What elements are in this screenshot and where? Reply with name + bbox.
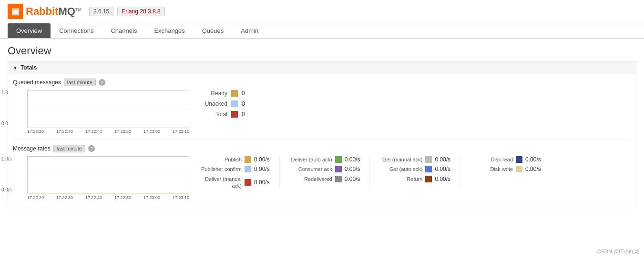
- queued-messages-subsection: Queued messages last minute ? 1.0 0.0: [8, 74, 636, 140]
- disk-write-color: [516, 166, 522, 172]
- rates-last-minute-badge: last minute: [53, 145, 85, 152]
- deliver-auto-color: [335, 156, 342, 163]
- page-content: Overview ▼ Totals Queued messages last m…: [0, 39, 644, 218]
- rates-grid: Publish 0.00/s Publisher confirm 0.00/s …: [199, 156, 541, 189]
- nav-exchanges[interactable]: Exchanges: [145, 23, 193, 38]
- get-auto-color: [425, 166, 432, 172]
- deliver-manual-color: [245, 179, 251, 186]
- totals-section: ▼ Totals Queued messages last minute ? 1…: [8, 61, 636, 206]
- publisher-confirm-color: [245, 166, 251, 172]
- header: ▣ RabbitMQTM 3.6.15 Erlang 20.3.8.8: [0, 0, 644, 23]
- divider-2: [369, 156, 370, 189]
- queued-chart-wrapper: 1.0 0.0 17:22:20 17:22:30 17:22:40: [13, 90, 189, 135]
- divider-1: [279, 156, 280, 189]
- ready-color: [231, 90, 238, 97]
- erlang-badge: Erlang 20.3.8.8: [117, 7, 164, 16]
- queued-messages-title: Queued messages last minute ?: [13, 79, 631, 86]
- nav-admin[interactable]: Admin: [232, 23, 267, 38]
- publish-color: [245, 156, 251, 163]
- message-rates-title: Message rates last minute ?: [13, 145, 631, 152]
- return-color: [425, 176, 432, 182]
- divider-3: [460, 156, 460, 189]
- queued-last-minute-badge: last minute: [64, 79, 96, 86]
- rates-col-3: Get (manual ack) 0.00/s Get (auto ack) 0…: [379, 156, 450, 182]
- legend-total: Total 0: [199, 111, 245, 118]
- rate-publisher-confirm: Publisher confirm 0.00/s: [199, 166, 270, 172]
- queued-legend: Ready 0 Unacked 0 Total 0: [199, 90, 245, 118]
- navigation: Overview Connections Channels Exchanges …: [0, 23, 644, 39]
- rate-return: Return 0.00/s: [379, 176, 450, 182]
- rates-x-labels: 17:22:20 17:22:30 17:22:40 17:22:50 17:2…: [27, 194, 189, 201]
- rate-get-manual: Get (manual ack) 0.00/s: [379, 156, 450, 163]
- version-badge: 3.6.15: [89, 7, 113, 16]
- arrow-icon: ▼: [13, 65, 18, 70]
- get-manual-color: [425, 156, 432, 163]
- page-title: Overview: [8, 45, 636, 57]
- queued-chart-canvas: [27, 90, 189, 128]
- totals-label: Totals: [20, 64, 37, 71]
- logo-icon: ▣: [8, 4, 23, 19]
- rates-col-2: Deliver (auto ack) 0.00/s Consumer ack 0…: [289, 156, 360, 182]
- legend-ready: Ready 0: [199, 90, 245, 97]
- message-rates-subsection: Message rates last minute ? 1.0/s 0.0/s: [8, 140, 636, 206]
- rates-y-bottom: 0.0/s: [1, 187, 12, 192]
- rate-deliver-auto: Deliver (auto ack) 0.00/s: [289, 156, 360, 163]
- rate-deliver-manual: Deliver (manual ack) 0.00/s: [199, 176, 270, 190]
- unacked-color: [231, 100, 238, 107]
- rate-get-auto: Get (auto ack) 0.00/s: [379, 166, 450, 172]
- queued-y-bottom: 0.0: [1, 121, 8, 126]
- rates-chart-svg: [28, 157, 189, 194]
- nav-queues[interactable]: Queues: [194, 23, 233, 38]
- rates-y-top: 1.0/s: [1, 156, 12, 161]
- redelivered-color: [335, 176, 342, 182]
- queued-x-labels: 17:22:20 17:22:30 17:22:40 17:22:50 17:2…: [27, 128, 189, 135]
- queued-chart-row: 1.0 0.0 17:22:20 17:22:30 17:22:40: [13, 90, 631, 135]
- rate-disk-write: Disk write 0.00/s: [470, 166, 541, 172]
- consumer-ack-color: [335, 166, 342, 172]
- rate-publish: Publish 0.00/s: [199, 156, 270, 163]
- queued-y-top: 1.0: [1, 90, 8, 95]
- rates-chart-canvas: [27, 156, 189, 194]
- nav-channels[interactable]: Channels: [102, 23, 145, 38]
- rates-help-icon[interactable]: ?: [88, 145, 95, 152]
- total-color: [231, 111, 238, 118]
- disk-read-color: [516, 156, 522, 163]
- logo: ▣ RabbitMQTM: [8, 4, 82, 19]
- rates-col-4: Disk read 0.00/s Disk write 0.00/s: [470, 156, 541, 173]
- legend-unacked: Unacked 0: [199, 100, 245, 107]
- nav-connections[interactable]: Connections: [51, 23, 102, 38]
- rates-chart-wrapper: 1.0/s 0.0/s 17:22:20 17:22:30 17:22: [13, 156, 189, 201]
- totals-section-header[interactable]: ▼ Totals: [8, 61, 636, 74]
- rates-col-1: Publish 0.00/s Publisher confirm 0.00/s …: [199, 156, 270, 189]
- rates-chart-row: 1.0/s 0.0/s 17:22:20 17:22:30 17:22: [13, 156, 631, 201]
- queued-chart-svg: [28, 90, 189, 128]
- nav-overview[interactable]: Overview: [8, 23, 51, 38]
- rate-consumer-ack: Consumer ack 0.00/s: [289, 166, 360, 172]
- logo-text: RabbitMQTM: [26, 5, 82, 18]
- queued-help-icon[interactable]: ?: [99, 79, 105, 86]
- rate-disk-read: Disk read 0.00/s: [470, 156, 541, 163]
- rate-redelivered: Redelivered 0.00/s: [289, 176, 360, 182]
